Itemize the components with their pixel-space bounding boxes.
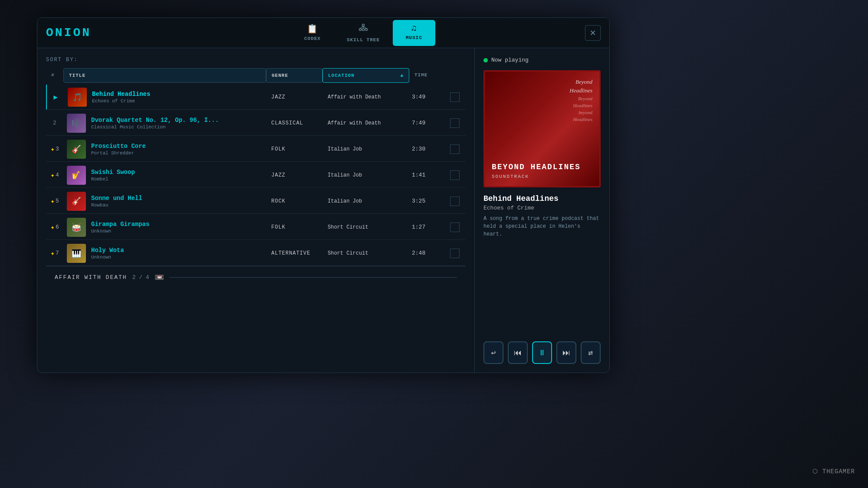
checkbox-1[interactable] [450,92,460,102]
svg-point-12 [362,28,364,30]
track-art-inner: 🎸 [67,140,86,159]
footer-count: 2 / 4 [132,274,149,281]
track-row[interactable]: ✦ 7 🎹 Holy Wota Unknown ALTERNATIVE Shor [46,241,466,266]
album-art-line-4: Headlines [573,103,592,108]
thegamer-watermark: ⬡ THEGAMER [812,468,855,475]
track-art-inner: 🎼 [67,114,86,133]
track-info-3: 🎸 Prosciutto Core Portal Shredder [63,137,266,161]
track-row[interactable]: ✦ 6 🥁 Girampa Girampas Unknown FOLK Shor [46,215,466,240]
track-art-inner: 🥁 [67,218,86,237]
track-row[interactable]: ✦ 5 🎸 Sonne und Hell Rowbau ROCK Italian [46,189,466,214]
tab-skill-tree-label: SKILL TREE [347,37,380,43]
new-badge-icon: ✦ [50,223,55,232]
nav-tabs: 📋 CODEX SKILL TREE [141,20,585,46]
checkbox-2[interactable] [450,118,460,128]
track-row[interactable]: 2 🎼 Dvorak Quartet No. 12, Op. 96, I... … [46,111,466,136]
album-art-large: Beyond Headlines Beyond Headlines beyond… [483,70,601,187]
track-info-7: 🎹 Holy Wota Unknown [63,241,266,265]
table-header: # TITLE GENRE LOCATION ▲ TIME [46,68,466,83]
window-body: SORT BY: # TITLE GENRE LOCATION ▲ TIME ▶ [37,48,609,373]
col-checkbox [444,68,466,83]
track-time-2: 7:49 [409,120,444,126]
tab-codex[interactable]: 📋 CODEX [291,20,334,46]
track-row[interactable]: ✦ 3 🎸 Prosciutto Core Portal Shredder FO… [46,137,466,162]
detail-album: Echoes of Crime [483,205,601,211]
window-header: ONION 📋 CODEX [37,18,609,48]
svg-line-9 [360,26,363,28]
track-checkbox-2[interactable] [444,118,466,128]
track-checkbox-3[interactable] [444,144,466,154]
next-button[interactable]: ⏭ [556,341,576,364]
track-num-3: ✦ 3 [46,145,63,154]
track-info-5: 🎸 Sonne und Hell Rowbau [63,189,266,213]
track-art-inner: 🎹 [67,244,86,263]
track-checkbox-6[interactable] [444,223,466,232]
track-album-7: Unknown [91,255,124,260]
track-checkbox-7[interactable] [444,249,466,258]
player-controls: ↩ ⏮ ⏸ ⏭ ⇄ [483,337,601,364]
track-title-area-4: Swishi Swoop Rombel [91,169,135,182]
album-art-line-2: Headlines [569,87,592,94]
play-pause-button[interactable]: ⏸ [532,341,552,364]
tab-music[interactable]: ♫ MUSIC [393,20,435,46]
track-album-4: Rombel [91,177,135,182]
now-playing-dot [483,58,488,62]
checkbox-7[interactable] [450,249,460,258]
track-row[interactable]: ▶ 🎵 Behind Headlines Echoes of Crime JAZ… [46,85,466,110]
checkbox-5[interactable] [450,197,460,206]
sort-arrow-icon: ▲ [400,73,404,78]
close-button[interactable]: ✕ [585,25,601,41]
track-title-area-5: Sonne und Hell Rowbau [91,195,142,208]
track-row[interactable]: ✦ 4 🎷 Swishi Swoop Rombel JAZZ Italian J [46,163,466,188]
track-genre-5: ROCK [266,198,322,204]
track-title-5: Sonne und Hell [91,195,142,202]
track-album-1: Echoes of Crime [92,98,150,104]
cassette-icon: 📼 [155,272,164,282]
track-title-area-7: Holy Wota Unknown [91,247,124,260]
tab-skill-tree[interactable]: SKILL TREE [334,20,393,46]
repeat-button[interactable]: ↩ [483,341,503,364]
track-checkbox-5[interactable] [444,197,466,206]
track-checkbox-1[interactable] [444,92,466,102]
col-location[interactable]: LOCATION ▲ [322,68,409,83]
album-overlay-subtitle: SOUNDTRACK [492,174,592,179]
track-location-4: Italian Job [322,172,409,178]
album-title-overlay: BEYOND HEADLINES SOUNDTRACK [492,163,592,179]
track-time-6: 1:27 [409,224,444,230]
album-overlay-title: BEYOND HEADLINES [492,163,592,172]
codex-icon: 📋 [307,23,318,34]
checkbox-6[interactable] [450,223,460,232]
track-art-5: 🎸 [67,192,86,211]
album-art-line-6: Headlines [573,117,592,122]
prev-button[interactable]: ⏮ [508,341,528,364]
track-time-5: 3:25 [409,198,444,204]
track-info-1: 🎵 Behind Headlines Echoes of Crime [64,85,266,109]
col-genre[interactable]: GENRE [266,68,322,83]
track-title-7: Holy Wota [91,247,124,254]
track-art-7: 🎹 [67,244,86,263]
next-icon: ⏭ [562,348,570,357]
track-num-7: ✦ 7 [46,249,63,258]
svg-line-10 [363,26,366,28]
track-checkbox-4[interactable] [444,170,466,180]
track-genre-1: JAZZ [266,94,322,100]
track-num-5: ✦ 5 [46,197,63,206]
track-album-3: Portal Shredder [91,151,146,156]
detail-description: A song from a true crime podcast that he… [483,215,601,238]
app-logo: ONION [46,26,91,39]
track-info-2: 🎼 Dvorak Quartet No. 12, Op. 96, I... Cl… [63,111,266,135]
skill-tree-icon [358,23,368,36]
footer-bar: AFFAIR WITH DEATH 2 / 4 📼 [46,266,466,288]
play-pause-icon: ⏸ [538,348,546,357]
checkbox-3[interactable] [450,144,460,154]
play-icon: ▶ [53,93,58,102]
track-time-7: 2:48 [409,250,444,256]
track-location-2: Affair with Death [322,120,409,126]
col-title[interactable]: TITLE [63,68,266,83]
checkbox-4[interactable] [450,170,460,180]
album-art-line-5: beyond [579,110,592,115]
svg-point-6 [362,24,364,26]
track-num-2: 2 [46,120,63,126]
shuffle-button[interactable]: ⇄ [581,341,601,364]
new-badge-icon: ✦ [50,197,55,206]
